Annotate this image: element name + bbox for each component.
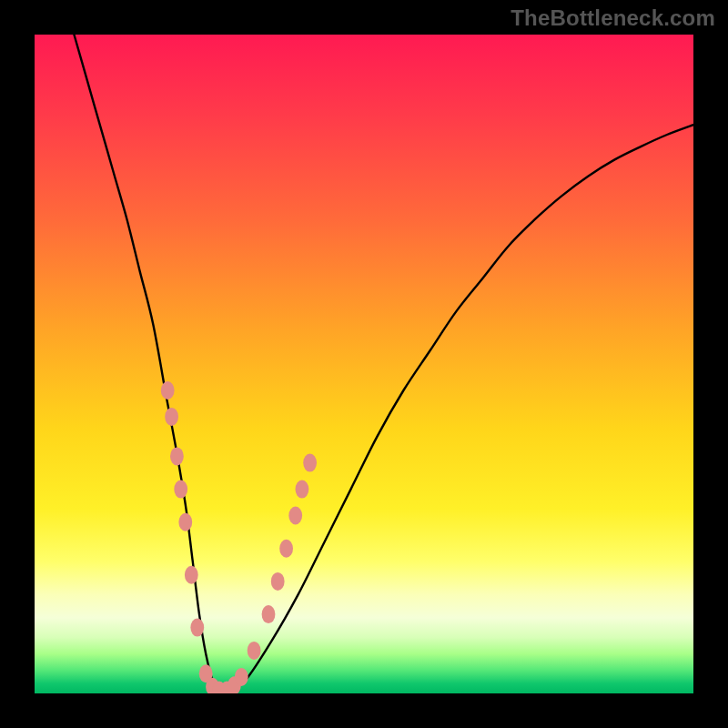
marker-dot (288, 507, 302, 525)
marker-dot (190, 619, 204, 637)
marker-dot (170, 447, 184, 465)
watermark-text: TheBottleneck.com (511, 5, 715, 31)
marker-dot (178, 513, 192, 531)
marker-dot (279, 540, 293, 558)
marker-dot (262, 605, 276, 623)
marker-dot (161, 381, 175, 399)
marker-dot (185, 566, 198, 584)
marker-dot (296, 480, 309, 499)
marker-dot (248, 642, 261, 660)
chart-root: { "watermark": "TheBottleneck.com", "gra… (0, 0, 728, 728)
bottleneck-chart (0, 0, 728, 728)
marker-dot (271, 572, 285, 591)
marker-dot (165, 408, 178, 426)
plot-background (35, 35, 693, 693)
marker-dot (174, 480, 187, 499)
marker-dot (235, 668, 248, 686)
marker-dot (303, 454, 317, 472)
